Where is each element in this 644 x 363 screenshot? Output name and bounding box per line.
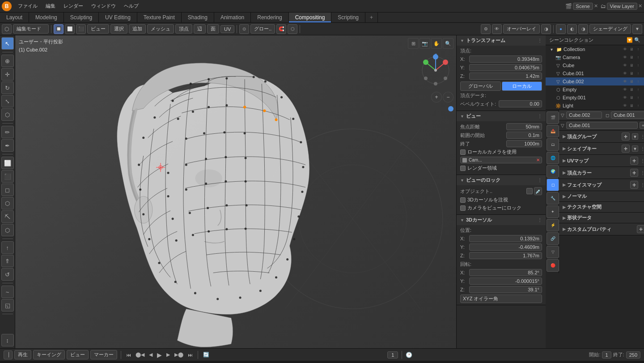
- cursor-x-value[interactable]: 0.1392m: [469, 235, 542, 242]
- show-hide-icon[interactable]: 👁: [492, 24, 502, 34]
- extrude-btn[interactable]: ↑: [1, 241, 14, 254]
- shading-dot-icon[interactable]: ●: [556, 24, 566, 34]
- local-btn[interactable]: ローカル: [502, 81, 542, 91]
- prev-keyframe-btn[interactable]: ⬤◀: [134, 352, 146, 358]
- prop-tab-output[interactable]: 📤: [547, 125, 559, 137]
- annotate2-btn[interactable]: ✒: [1, 139, 14, 152]
- loop-btn[interactable]: ⬡: [1, 197, 14, 209]
- camera-sel[interactable]: ↑: [635, 54, 641, 60]
- shading-render-icon[interactable]: ◑: [578, 24, 588, 34]
- search-icon[interactable]: 🔍: [443, 38, 453, 49]
- cursor-rz-value[interactable]: 39.1°: [469, 286, 542, 293]
- jump-start-btn[interactable]: ⏮: [125, 352, 132, 358]
- mesh-btn[interactable]: メッシュ: [147, 24, 174, 34]
- proportional-btn[interactable]: グロー..: [250, 24, 275, 34]
- data-new-btn[interactable]: +: [640, 122, 644, 129]
- knife-btn[interactable]: ⛏: [1, 210, 14, 223]
- cube002-vis[interactable]: 👁: [622, 78, 628, 85]
- gizmo-toggle[interactable]: ⚙: [481, 24, 491, 34]
- overlay-btn[interactable]: オーバーレイ: [503, 24, 540, 34]
- cube002-sel[interactable]: ↑: [635, 78, 641, 85]
- view-layer-close-icon[interactable]: ✕: [638, 3, 642, 9]
- uv-maps-header[interactable]: ▶ UVマップ + ⋮: [559, 155, 644, 167]
- prop-tab-constraints[interactable]: 🔗: [547, 232, 559, 245]
- camera-vp[interactable]: 🖥: [628, 54, 635, 60]
- menu-render[interactable]: レンダー: [60, 2, 87, 10]
- loop-icon[interactable]: 🔄: [202, 352, 211, 358]
- menu-help[interactable]: ヘルプ: [120, 2, 142, 10]
- fm-add-btn[interactable]: +: [630, 181, 638, 189]
- vc-add-btn[interactable]: +: [630, 169, 638, 177]
- prop-tab-world[interactable]: 🌍: [547, 165, 559, 178]
- collection-restrict-select[interactable]: ↑: [635, 46, 641, 52]
- shading-chevron[interactable]: ▼: [632, 24, 642, 34]
- cube002-vp[interactable]: 🖥: [628, 78, 635, 85]
- prop-tab-view-layer[interactable]: 🗂: [547, 138, 559, 151]
- spin-btn[interactable]: ↺: [1, 268, 14, 281]
- start-frame-input[interactable]: 1: [602, 351, 611, 359]
- view-lock-dots[interactable]: ⋮: [538, 178, 542, 183]
- vertex-btn[interactable]: 頂点: [175, 24, 192, 34]
- add-btn[interactable]: 追加: [129, 24, 146, 34]
- clip-end-value[interactable]: 1000m: [506, 140, 542, 147]
- tab-animation[interactable]: Animation: [214, 13, 251, 22]
- shape-data-header[interactable]: ▶ 形状データ: [559, 213, 644, 223]
- normals-header[interactable]: ▶ ノーマル: [559, 191, 644, 201]
- transform-header[interactable]: ▼ トランスフォーム ⋮: [457, 35, 546, 46]
- prop-tab-particles[interactable]: ✦: [547, 205, 559, 218]
- next-frame-btn[interactable]: ▶: [165, 352, 171, 358]
- play-pause-btn[interactable]: ▶: [156, 351, 163, 359]
- tab-layout[interactable]: Layout: [0, 13, 29, 22]
- prev-frame-btn[interactable]: ◀: [148, 352, 154, 358]
- custom-props-header[interactable]: ▶ カスタムプロパティ +: [559, 223, 644, 235]
- cp-add-btn[interactable]: +: [637, 225, 644, 233]
- cursor-y-value[interactable]: -0.4609m: [469, 243, 542, 251]
- snap-icon[interactable]: 🧲: [276, 24, 286, 34]
- vc-dots[interactable]: ⋮: [640, 171, 644, 175]
- annotate-btn[interactable]: ✏: [1, 126, 14, 138]
- view-btn[interactable]: ビュー: [87, 24, 109, 34]
- vg-add-btn[interactable]: +: [622, 132, 630, 141]
- render-region-checkbox[interactable]: [460, 166, 466, 171]
- cube001-vis[interactable]: 👁: [622, 70, 628, 77]
- prop-tab-render[interactable]: 🎬: [547, 111, 559, 124]
- texture-space-header[interactable]: ▶ テクスチャ空間: [559, 202, 644, 212]
- outliner-light[interactable]: 🔆 Light 👁 🖥 ↑: [546, 102, 644, 110]
- fm-dots[interactable]: ⋮: [640, 183, 644, 188]
- cube-vis[interactable]: 👁: [622, 62, 628, 68]
- outliner-cube001[interactable]: ▽ Cube.001 👁 🖥 ↑: [546, 69, 644, 77]
- outliner-cube002[interactable]: ▽ Cube.002 👁 🖥 ↑: [546, 77, 644, 85]
- cursor-header[interactable]: ▼ 3Dカーソル ⋮: [457, 215, 546, 225]
- tab-compositing[interactable]: Compositing: [289, 13, 332, 22]
- solid-icon[interactable]: ⬛: [76, 24, 86, 34]
- prop-tab-scene[interactable]: 🌐: [547, 152, 559, 164]
- sk-expand-btn[interactable]: ▼: [632, 145, 638, 152]
- scale-tool-btn[interactable]: ⤡: [1, 95, 14, 107]
- overlay-icon[interactable]: ◑: [541, 24, 551, 34]
- proportional-icon[interactable]: ⊙: [239, 24, 249, 34]
- tab-shading[interactable]: Shading: [182, 13, 214, 22]
- outliner-camera[interactable]: 📷 Camera 👁 🖥 ↑: [546, 53, 644, 61]
- empty-sel[interactable]: ↑: [635, 86, 641, 93]
- add-workspace-tab[interactable]: +: [365, 13, 378, 22]
- mode-selector[interactable]: 編集モード: [13, 24, 49, 34]
- next-keyframe-btn[interactable]: ▶⬤: [173, 352, 185, 358]
- select-btn[interactable]: 選択: [110, 24, 127, 34]
- scene-selector[interactable]: Scene: [573, 3, 593, 10]
- focal-value[interactable]: 50mm: [506, 123, 542, 130]
- shape-keys-header[interactable]: ▶ シェイプキー + ▼ ⋮: [559, 143, 644, 154]
- wireframe-icon[interactable]: ⬜: [65, 24, 75, 34]
- tab-modeling[interactable]: Modeling: [29, 13, 64, 22]
- viewport-shading-icon[interactable]: 🔲: [54, 24, 64, 34]
- cube001-vp[interactable]: 🖥: [628, 70, 635, 77]
- global-btn[interactable]: グローバル: [460, 81, 501, 91]
- bevel-btn[interactable]: ◻: [1, 184, 14, 196]
- sk-add-btn[interactable]: +: [622, 145, 630, 153]
- prop-tab-data[interactable]: ▽: [547, 246, 559, 258]
- edge-btn[interactable]: 辺: [194, 24, 206, 34]
- eyedropper-icon[interactable]: 💉: [534, 187, 542, 195]
- cursor-lock-checkbox[interactable]: [460, 197, 466, 203]
- vertex-x-value[interactable]: 0.39348m: [469, 56, 542, 63]
- menu-file[interactable]: ファイル: [14, 2, 41, 10]
- bevel-value[interactable]: 0.00: [499, 100, 542, 107]
